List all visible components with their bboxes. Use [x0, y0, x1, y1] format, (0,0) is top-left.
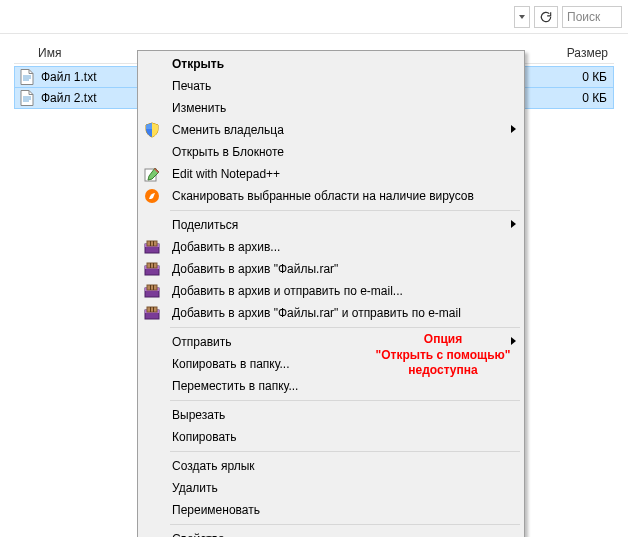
menu-scan-virus[interactable]: Сканировать выбранные области на наличие…	[140, 185, 522, 207]
avast-icon	[144, 188, 160, 204]
svg-rect-16	[153, 285, 154, 290]
search-placeholder: Поиск	[567, 10, 600, 24]
context-menu: Открыть Печать Изменить Сменить владельц…	[137, 50, 525, 537]
text-file-icon	[19, 69, 35, 85]
notepadpp-icon	[144, 166, 160, 182]
menu-open-notepad[interactable]: Открыть в Блокноте	[140, 141, 522, 163]
menu-open[interactable]: Открыть	[140, 53, 522, 75]
winrar-icon	[144, 239, 160, 255]
menu-archive-named-email[interactable]: Добавить в архив "Файлы.rar" и отправить…	[140, 302, 522, 324]
winrar-icon	[144, 261, 160, 277]
svg-rect-11	[153, 263, 154, 268]
menu-properties[interactable]: Свойства	[140, 528, 522, 537]
svg-rect-5	[150, 241, 151, 246]
file-size: 0 КБ	[533, 70, 613, 84]
refresh-button[interactable]	[534, 6, 558, 28]
refresh-icon	[539, 10, 553, 24]
menu-cut[interactable]: Вырезать	[140, 404, 522, 426]
annotation-line: недоступна	[358, 363, 528, 379]
menu-create-shortcut[interactable]: Создать ярлык	[140, 455, 522, 477]
search-box[interactable]: Поиск	[562, 6, 622, 28]
submenu-arrow-icon	[511, 125, 516, 133]
menu-edit[interactable]: Изменить	[140, 97, 522, 119]
menu-separator	[170, 400, 520, 401]
shield-icon	[144, 122, 160, 138]
annotation-line: Опция	[358, 332, 528, 348]
svg-rect-9	[147, 263, 157, 268]
menu-share[interactable]: Поделиться	[140, 214, 522, 236]
svg-rect-20	[150, 307, 151, 312]
svg-rect-4	[147, 241, 157, 246]
menu-rename[interactable]: Переименовать	[140, 499, 522, 521]
winrar-icon	[144, 283, 160, 299]
menu-add-archive-named[interactable]: Добавить в архив "Файлы.rar"	[140, 258, 522, 280]
column-size-header[interactable]: Размер	[534, 46, 614, 60]
menu-edit-npp[interactable]: Edit with Notepad++	[140, 163, 522, 185]
menu-separator	[170, 451, 520, 452]
svg-rect-14	[147, 285, 157, 290]
text-file-icon	[19, 90, 35, 106]
annotation-line: "Открыть с помощью"	[358, 348, 528, 364]
svg-rect-19	[147, 307, 157, 312]
svg-rect-21	[153, 307, 154, 312]
menu-add-archive[interactable]: Добавить в архив...	[140, 236, 522, 258]
menu-archive-email[interactable]: Добавить в архив и отправить по e-mail..…	[140, 280, 522, 302]
menu-separator	[170, 524, 520, 525]
menu-print[interactable]: Печать	[140, 75, 522, 97]
svg-rect-10	[150, 263, 151, 268]
menu-delete[interactable]: Удалить	[140, 477, 522, 499]
menu-separator	[170, 327, 520, 328]
menu-separator	[170, 210, 520, 211]
menu-copy[interactable]: Копировать	[140, 426, 522, 448]
annotation-overlay: Опция "Открыть с помощью" недоступна	[358, 332, 528, 379]
file-size: 0 КБ	[533, 91, 613, 105]
submenu-arrow-icon	[511, 220, 516, 228]
chevron-down-icon	[519, 15, 525, 19]
address-toolbar: Поиск	[0, 0, 628, 34]
svg-rect-15	[150, 285, 151, 290]
menu-change-owner[interactable]: Сменить владельца	[140, 119, 522, 141]
svg-rect-6	[153, 241, 154, 246]
address-dropdown-button[interactable]	[514, 6, 530, 28]
winrar-icon	[144, 305, 160, 321]
